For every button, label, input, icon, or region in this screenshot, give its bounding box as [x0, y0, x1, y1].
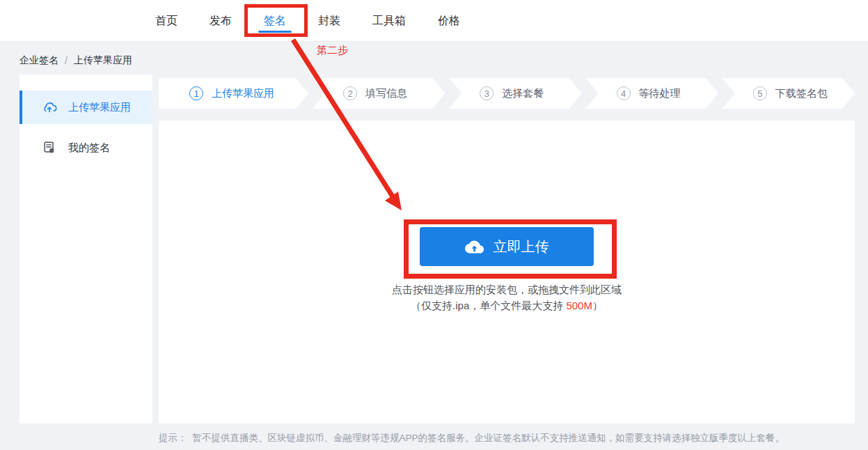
signature-doc-icon	[42, 140, 57, 155]
step-4-wait-processing: 4 等待处理	[586, 78, 718, 109]
breadcrumb: 企业签名 / 上传苹果应用	[19, 54, 132, 67]
nav-item-price[interactable]: 价格	[438, 0, 460, 42]
step-2-fill-info: 2 填写信息	[313, 78, 445, 109]
sidebar-item-my-signatures[interactable]: 我的签名	[19, 131, 152, 164]
step-number: 1	[189, 86, 203, 100]
step-label: 等待处理	[639, 87, 681, 100]
nav-item-sign[interactable]: 签名	[264, 0, 286, 42]
footer-tip: 提示：暂不提供直播类、区块链虚拟币、金融理财等违规APP的签名服务。企业证签名默…	[159, 432, 855, 444]
step-3-choose-plan: 3 选择套餐	[449, 78, 581, 109]
top-header: 首页 发布 签名 封装 工具箱 价格	[0, 0, 868, 42]
step-label: 下载签名包	[775, 87, 828, 100]
step-5-download-package: 5 下载签名包	[723, 78, 855, 109]
step-label: 选择套餐	[502, 87, 544, 100]
upload-button-label: 立即上传	[494, 238, 549, 256]
nav-item-package[interactable]: 封装	[318, 0, 340, 42]
footer-tip-text: 暂不提供直播类、区块链虚拟币、金融理财等违规APP的签名服务。企业证签名默认不支…	[193, 433, 785, 443]
step-label: 填写信息	[365, 87, 407, 100]
max-size-value: 500M	[566, 300, 592, 311]
step-number: 3	[480, 86, 494, 100]
sidebar-item-label: 我的签名	[68, 141, 110, 155]
step-number: 2	[343, 86, 357, 100]
step-label: 上传苹果应用	[212, 87, 274, 100]
upload-hint-line1: 点击按钮选择应用的安装包，或拖拽文件到此区域	[159, 281, 855, 297]
upload-cloud-icon	[42, 100, 57, 115]
step-number: 4	[617, 86, 631, 100]
footer-tip-prefix: 提示：	[159, 433, 187, 443]
breadcrumb-separator: /	[65, 55, 68, 66]
sidebar: 上传苹果应用 我的签名	[19, 75, 152, 424]
nav-item-home[interactable]: 首页	[155, 0, 177, 42]
upload-now-button[interactable]: 立即上传	[420, 227, 594, 266]
upload-panel[interactable]: 立即上传 点击按钮选择应用的安装包，或拖拽文件到此区域 （仅支持.ipa，单个文…	[159, 121, 855, 424]
upload-cloud-icon	[465, 238, 484, 256]
breadcrumb-item-enterprise-sign[interactable]: 企业签名	[19, 54, 58, 67]
breadcrumb-item-upload-app: 上传苹果应用	[74, 54, 132, 67]
upload-hint-line2: （仅支持.ipa，单个文件最大支持 500M）	[159, 297, 855, 313]
nav-item-publish[interactable]: 发布	[210, 0, 232, 42]
step-number: 5	[753, 86, 767, 100]
nav-item-toolbox[interactable]: 工具箱	[372, 0, 406, 42]
step-wizard: 1 上传苹果应用 2 填写信息 3 选择套餐 4 等待处理 5 下载签名包	[159, 78, 855, 109]
main-nav: 首页 发布 签名 封装 工具箱 价格	[155, 0, 460, 42]
upload-hints: 点击按钮选择应用的安装包，或拖拽文件到此区域 （仅支持.ipa，单个文件最大支持…	[159, 281, 855, 313]
sidebar-item-label: 上传苹果应用	[68, 101, 131, 114]
step-1-upload-app: 1 上传苹果应用	[159, 78, 308, 109]
sidebar-item-upload-apple-app[interactable]: 上传苹果应用	[19, 91, 152, 124]
